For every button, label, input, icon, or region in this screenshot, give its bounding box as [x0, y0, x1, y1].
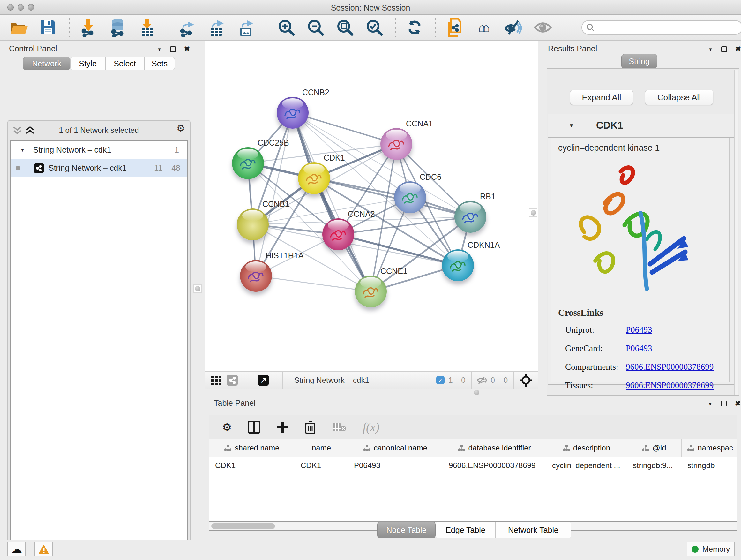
- show-columns-icon[interactable]: [248, 421, 260, 434]
- network-options-gear-icon[interactable]: ⚙: [177, 123, 185, 134]
- crosslink-link[interactable]: 9606.ENSP00000378699: [626, 362, 714, 372]
- gene-entry-header[interactable]: ▼ CDK1: [548, 114, 737, 138]
- string-home-icon[interactable]: ⌂⌂: [474, 17, 494, 37]
- table-cell[interactable]: cyclin–dependent ...: [546, 461, 627, 470]
- add-column-icon[interactable]: [276, 421, 288, 433]
- panel-close-icon[interactable]: ✖: [735, 399, 741, 408]
- network-node-cdk1[interactable]: [298, 162, 330, 194]
- network-node-hist1h1a[interactable]: [240, 260, 272, 292]
- network-node-rb1[interactable]: [455, 201, 486, 233]
- table-cell[interactable]: 9606.ENSP00000378699: [443, 461, 546, 470]
- node-table[interactable]: shared namenamecanonical namedatabase id…: [209, 439, 737, 522]
- search-input[interactable]: [582, 20, 741, 35]
- table-cell[interactable]: CDK1: [209, 461, 295, 470]
- network-tree-child-row[interactable]: String Network – cdk1 11 48: [10, 159, 187, 177]
- table-cell[interactable]: stringdb:9...: [627, 461, 682, 470]
- scrollbar-thumb[interactable]: [211, 523, 275, 529]
- column-header-name[interactable]: name: [295, 439, 348, 456]
- network-tree-root-row[interactable]: ▼ String Network – cdk1 1: [10, 141, 187, 159]
- panel-float-icon[interactable]: [721, 46, 727, 52]
- hidden-eye-icon[interactable]: [477, 376, 488, 384]
- clone-network-icon[interactable]: [445, 17, 465, 37]
- tab-edge-table[interactable]: Edge Table: [435, 522, 495, 538]
- crosslink-link[interactable]: P06493: [626, 325, 652, 335]
- panel-float-icon[interactable]: [170, 46, 176, 52]
- table-options-gear-icon[interactable]: ⚙: [222, 421, 232, 434]
- warning-icon: [38, 544, 50, 554]
- control-panel-tabs: Network Style Select Sets: [23, 57, 175, 70]
- tab-select[interactable]: Select: [105, 57, 144, 70]
- show-graphics-details-icon[interactable]: [533, 17, 553, 37]
- network-node-cdc25b[interactable]: [232, 147, 264, 179]
- table-cell[interactable]: stringdb: [682, 461, 737, 470]
- table-cell[interactable]: P06493: [348, 461, 443, 470]
- column-header--id[interactable]: @id: [627, 439, 682, 456]
- import-table-icon[interactable]: [137, 17, 157, 37]
- left-splitter-handle[interactable]: [193, 285, 202, 293]
- panel-close-icon[interactable]: ✖: [735, 45, 741, 53]
- network-node-cdkn1a[interactable]: [442, 249, 474, 281]
- node-label-rb1: RB1: [480, 192, 495, 201]
- export-network-icon[interactable]: [178, 17, 197, 37]
- crosslink-link[interactable]: 9606.ENSP00000378699: [626, 381, 714, 390]
- table-cell[interactable]: CDK1: [295, 461, 348, 470]
- delete-table-icon[interactable]: [332, 422, 347, 432]
- tab-node-table[interactable]: Node Table: [377, 522, 435, 538]
- horizontal-splitter-handle[interactable]: [472, 388, 481, 396]
- network-node-ccnb2[interactable]: [277, 97, 309, 129]
- panel-float-icon[interactable]: [721, 401, 727, 407]
- column-header-namespac[interactable]: namespac: [682, 439, 737, 456]
- right-splitter-handle[interactable]: [529, 208, 537, 217]
- zoom-fit-icon[interactable]: [335, 17, 355, 37]
- refresh-icon[interactable]: [405, 17, 424, 37]
- collapse-all-button[interactable]: Collapse All: [645, 90, 713, 105]
- zoom-out-icon[interactable]: [306, 17, 326, 37]
- tab-style[interactable]: Style: [70, 57, 105, 70]
- birds-eye-view-icon[interactable]: [519, 373, 533, 387]
- node-count: 11: [154, 164, 162, 173]
- hide-unhide-icon[interactable]: [503, 17, 523, 37]
- zoom-selected-icon[interactable]: [364, 17, 384, 37]
- entry-collapse-caret-icon[interactable]: ▼: [569, 123, 574, 129]
- network-node-ccne1[interactable]: [355, 275, 387, 307]
- grid-view-icon[interactable]: [211, 374, 222, 386]
- function-builder-icon[interactable]: f(x): [362, 420, 380, 434]
- results-scrollbar[interactable]: [734, 70, 738, 395]
- column-header-description[interactable]: description: [546, 439, 627, 456]
- string-view-icon[interactable]: [226, 374, 238, 386]
- column-header-database-identifier[interactable]: database identifier: [443, 439, 546, 456]
- network-node-ccna2[interactable]: [322, 219, 354, 250]
- crosslink-link[interactable]: P06493: [626, 344, 652, 354]
- network-node-ccnb1[interactable]: [237, 208, 269, 240]
- import-network-from-database-icon[interactable]: [108, 17, 128, 37]
- toolbar-separator: [168, 18, 169, 37]
- tab-string-results[interactable]: String: [621, 54, 657, 69]
- column-header-shared-name[interactable]: shared name: [209, 439, 295, 456]
- export-table-icon[interactable]: [207, 17, 226, 37]
- tab-network-table[interactable]: Network Table: [495, 522, 571, 538]
- panel-close-icon[interactable]: ✖: [184, 45, 190, 53]
- table-row[interactable]: CDK1CDK1P064939606.ENSP00000378699cyclin…: [209, 457, 737, 474]
- tree-expand-caret-icon[interactable]: ▼: [20, 147, 25, 152]
- delete-column-icon[interactable]: [305, 421, 316, 434]
- column-header-canonical-name[interactable]: canonical name: [348, 439, 443, 456]
- open-session-icon[interactable]: [9, 17, 29, 37]
- open-in-window-icon[interactable]: ↗: [258, 374, 269, 386]
- save-session-icon[interactable]: [38, 17, 58, 37]
- import-network-icon[interactable]: [78, 17, 98, 37]
- selected-checkbox-icon[interactable]: ✓: [436, 376, 445, 384]
- memory-button[interactable]: Memory: [687, 542, 735, 557]
- panel-menu-icon[interactable]: ▼: [708, 401, 713, 407]
- network-node-ccna1[interactable]: [381, 128, 412, 160]
- warnings-button[interactable]: [35, 542, 53, 557]
- cloud-status-button[interactable]: ☁: [7, 542, 26, 557]
- panel-menu-icon[interactable]: ▼: [708, 47, 713, 52]
- zoom-in-icon[interactable]: [276, 17, 296, 37]
- network-canvas[interactable]: CCNB2 CCNA1 CDC25B CDK1 CDC6 RB1CCNB1 CC…: [205, 41, 538, 371]
- tab-sets[interactable]: Sets: [144, 57, 175, 70]
- network-node-cdc6[interactable]: [394, 181, 426, 213]
- tab-network[interactable]: Network: [23, 57, 70, 70]
- expand-all-button[interactable]: Expand All: [570, 90, 633, 105]
- export-image-icon[interactable]: [236, 17, 256, 37]
- panel-menu-icon[interactable]: ▼: [157, 47, 162, 52]
